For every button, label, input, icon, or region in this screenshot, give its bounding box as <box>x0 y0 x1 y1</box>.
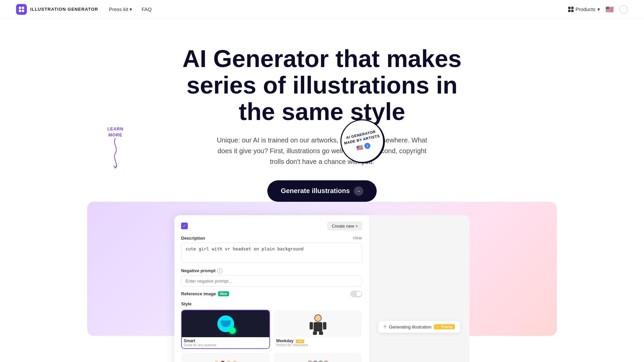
svg-badge-weekday: SVG <box>296 340 304 343</box>
hero-subtitle: Unique: our AI is trained on our artwork… <box>213 135 431 167</box>
style-image-business <box>182 353 269 362</box>
learn-more[interactable]: LEARNMORE <box>107 126 123 168</box>
clear-button[interactable]: clear <box>353 236 362 241</box>
nav-left: ILLUSTRATION GENERATOR Press kit ▾ FAQ <box>16 4 152 15</box>
ref-image-toggle[interactable] <box>350 291 362 297</box>
demo-panel-right: Generating illustration 🟡 Priority <box>369 215 470 362</box>
faq-link[interactable]: FAQ <box>142 6 152 12</box>
priority-badge: 🟡 Priority <box>434 324 455 329</box>
learn-more-text: LEARNMORE <box>107 126 123 138</box>
generating-box: Generating illustration 🟡 Priority <box>378 321 460 333</box>
weekday-svg <box>306 312 330 336</box>
generating-text: Generating illustration <box>389 324 431 329</box>
svg-point-4 <box>315 315 321 321</box>
info-icon: i <box>364 142 371 149</box>
nav-links: Press kit ▾ FAQ <box>109 6 152 12</box>
loader-icon <box>619 5 628 14</box>
create-new-button[interactable]: Create new + <box>327 222 362 230</box>
us-flag-icon: 🇺🇸 <box>356 144 364 152</box>
style-card-smart[interactable]: Smart Great for any purpose <box>181 310 270 349</box>
logo-text: ILLUSTRATION GENERATOR <box>30 7 98 12</box>
ai-badge: AI GENERATOR MADE BY ARTISTS 🇺🇸 i <box>340 119 384 163</box>
svg-rect-7 <box>323 322 326 329</box>
style-card-mochi[interactable]: Mochi SVG Perfect for characters <box>273 352 362 362</box>
ref-image-row: Reference image New <box>181 291 362 297</box>
logo-icon <box>16 4 27 15</box>
hero-section: AI Generator that makes series of illust… <box>0 19 644 215</box>
style-label: Style <box>181 301 362 306</box>
smart-illustration <box>214 312 237 336</box>
style-info-smart: Smart Great for any purpose <box>182 337 269 348</box>
style-card-business[interactable]: 3D Business Great for any purpose <box>181 352 270 362</box>
style-image-mochi <box>274 353 362 362</box>
info-circle-icon: i <box>217 268 222 274</box>
biz-figures <box>214 361 237 362</box>
ai-badge-text: AI GENERATOR MADE BY ARTISTS <box>342 129 380 146</box>
description-textarea[interactable]: cute girl with vr headset on plain backg… <box>181 243 362 263</box>
mochi-figures <box>308 361 328 362</box>
svg-rect-8 <box>313 331 317 335</box>
zigzag-arrow-icon <box>110 138 120 168</box>
nav-right: Products ▾ 🇺🇸 <box>568 5 628 14</box>
demo-wrapper: ✓ Create new + Description clear cute gi… <box>54 215 590 362</box>
svg-rect-9 <box>319 331 323 335</box>
style-info-weekday: Weekday SVG Perfect for characters <box>274 337 362 348</box>
badge-flags: 🇺🇸 i <box>356 142 371 151</box>
flag-icon: 🇺🇸 <box>605 5 614 13</box>
chevron-down-icon: ▾ <box>129 6 132 12</box>
press-kit-link[interactable]: Press kit ▾ <box>109 6 132 12</box>
generate-illustrations-button[interactable]: Generate illustrations → <box>267 180 377 202</box>
ai-badge-inner: AI GENERATOR MADE BY ARTISTS 🇺🇸 i <box>336 115 388 167</box>
description-label: Description <box>181 236 205 241</box>
svg-rect-0 <box>19 7 21 9</box>
chevron-down-icon: ▾ <box>597 6 600 12</box>
neg-prompt-input[interactable] <box>181 276 362 287</box>
description-label-row: Description clear <box>181 236 362 241</box>
check-icon: ✓ <box>181 223 188 229</box>
toggle-dot <box>356 291 362 297</box>
style-desc-weekday: Perfect for characters <box>276 343 360 347</box>
svg-rect-5 <box>314 322 322 331</box>
svg-rect-1 <box>22 7 24 9</box>
style-name-weekday: Weekday SVG <box>276 339 360 343</box>
generating-spinner <box>384 325 386 328</box>
grid-icon <box>568 7 574 12</box>
style-name-smart: Smart <box>184 339 267 343</box>
style-grid: Smart Great for any purpose <box>181 310 362 362</box>
arrow-right-icon: → <box>354 186 363 196</box>
style-desc-smart: Great for any purpose <box>184 343 267 347</box>
hero-title: AI Generator that makes series of illust… <box>171 46 473 125</box>
products-menu[interactable]: Products ▾ <box>568 6 600 12</box>
new-badge: New <box>218 291 229 296</box>
navbar: ILLUSTRATION GENERATOR Press kit ▾ FAQ P… <box>0 0 644 19</box>
style-card-weekday[interactable]: Weekday SVG Perfect for characters <box>273 310 362 349</box>
svg-rect-3 <box>22 10 24 12</box>
style-image-weekday <box>274 310 362 337</box>
style-image-smart <box>182 310 269 337</box>
nav-logo[interactable]: ILLUSTRATION GENERATOR <box>16 4 98 15</box>
ref-image-label: Reference image New <box>181 291 229 296</box>
svg-rect-6 <box>310 322 313 329</box>
neg-prompt-label: Negative prompt i <box>181 268 362 274</box>
demo-container: ✓ Create new + Description clear cute gi… <box>174 215 470 362</box>
demo-panel-left: ✓ Create new + Description clear cute gi… <box>174 215 369 362</box>
panel-header: ✓ Create new + <box>181 222 362 230</box>
svg-rect-2 <box>19 10 21 12</box>
